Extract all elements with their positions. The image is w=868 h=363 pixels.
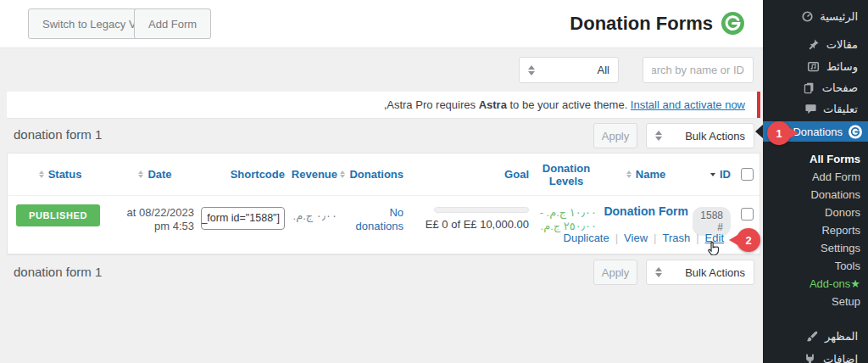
bulk-actions-select-bottom[interactable]: Bulk Actions (646, 260, 754, 285)
annotation-step-1: 1 (767, 121, 791, 145)
sidebar-item-label: Donations (793, 126, 843, 138)
row-name-cell: Donation Form (600, 203, 692, 220)
sort-icon (39, 170, 44, 178)
sidebar-item-label: صفحات (822, 81, 858, 94)
column-header-goal: Goal (407, 168, 532, 181)
row-date-cell: at 08/22/2023 4:53 pm (113, 203, 198, 235)
goal-text: E£ 0 of E£ 10,000.00 (426, 218, 529, 231)
submenu-settings[interactable]: Settings (763, 239, 868, 257)
row-shortcode-cell: [give_form id="1588"] (198, 203, 288, 232)
page-header: Switch to Legacy View Add Form Donation … (0, 0, 763, 48)
sidebar-item-dashboard[interactable]: الرئيسية (763, 5, 868, 28)
sidebar-item-comments[interactable]: تعليقات (763, 98, 868, 120)
row-actions: Edit Trash View Duplicate (564, 232, 724, 244)
status-filter-value: All (598, 64, 609, 76)
table-header-row: ID Name Donation Levels Goal Donations R… (8, 154, 760, 196)
select-arrows-icon (655, 131, 662, 141)
column-header-id[interactable]: ID (692, 168, 734, 181)
wordpress-admin-page: Switch to Legacy View Add Form Donation … (0, 0, 868, 363)
select-all-cell (734, 168, 760, 181)
plug-icon (804, 353, 817, 363)
submenu-donors[interactable]: Donors (763, 204, 868, 221)
bulk-actions-value: Bulk Actions (685, 130, 745, 142)
sidebar-item-media[interactable]: وسائط (763, 56, 868, 77)
row-status-cell: PUBLISHED (8, 203, 113, 228)
apply-button-bottom[interactable]: Apply (593, 260, 637, 285)
levels-line1: ١٠٫٠٠ ج.م. - (536, 206, 597, 220)
apply-button-top[interactable]: Apply (593, 123, 637, 148)
view-action-link[interactable]: View (624, 232, 662, 244)
column-header-name[interactable]: Name (600, 168, 692, 181)
sort-icon (626, 170, 632, 178)
forms-table: ID Name Donation Levels Goal Donations R… (7, 153, 760, 254)
pages-icon (803, 81, 816, 95)
column-header-revenue: Revenue (288, 168, 341, 181)
date-line1: at 08/22/2023 (116, 206, 194, 220)
submenu-add-ons[interactable]: Add-ons★ (763, 275, 868, 293)
sidebar-item-label: المظهر (825, 330, 858, 343)
row-revenue-cell: ٠٫٠٠ ج.م. (288, 203, 341, 224)
column-header-date[interactable]: Date (113, 168, 198, 181)
submenu-add-form[interactable]: Add Form (763, 168, 868, 186)
sidebar-item-appearance[interactable]: المظهر (763, 325, 868, 348)
hand-cursor-icon (706, 241, 721, 259)
bulk-actions-select-top[interactable]: Bulk Actions (646, 123, 754, 148)
brush-icon (805, 330, 819, 343)
select-all-checkbox[interactable] (741, 168, 754, 181)
column-header-donations[interactable]: Donations (341, 168, 407, 181)
sidebar-item-plugins[interactable]: إضافات (763, 348, 868, 363)
select-arrows-icon (528, 65, 535, 75)
shortcode-input[interactable]: [give_form id="1588"] (201, 207, 285, 230)
sort-icon (138, 170, 143, 178)
list-caption-bottom: donation form 1 (14, 265, 102, 279)
submenu-reports[interactable]: Reports (763, 221, 868, 239)
notice-text-2: to be your active theme. (507, 98, 631, 111)
sidebar-item-label: وسائط (826, 60, 858, 73)
comments-icon (804, 103, 817, 116)
admin-sidebar: الرئيسية مقالات وسائط صفحات تعليقات (763, 0, 868, 363)
install-activate-link[interactable]: Install and activate now (631, 98, 745, 111)
submenu-tools[interactable]: Tools (763, 257, 868, 275)
submenu-donations[interactable]: Donations (763, 186, 868, 204)
annotation-step-2: 2 (737, 228, 760, 252)
no-donations-link[interactable]: No donations (356, 206, 403, 232)
column-header-shortcode: Shortcode (198, 168, 288, 181)
dashboard-icon (800, 10, 814, 24)
trash-action-link[interactable]: Trash (662, 232, 704, 244)
date-line2: 4:53 pm (116, 220, 194, 233)
submenu-setup[interactable]: Setup (763, 293, 868, 310)
row-levels-cell: ١٠٫٠٠ ج.م. - ٢٥٠٫٠٠ ج.م. (532, 203, 600, 235)
form-status-filter-select[interactable]: All (519, 57, 619, 83)
sidebar-item-posts[interactable]: مقالات (763, 33, 868, 56)
media-icon (807, 60, 821, 74)
select-arrows-icon (655, 267, 662, 277)
bulk-actions-value: Bulk Actions (685, 266, 745, 279)
content-area: Switch to Legacy View Add Form Donation … (0, 0, 763, 363)
column-header-status[interactable]: Status (8, 168, 113, 181)
page-title-wrap: Donation Forms (570, 12, 744, 35)
page-title: Donation Forms (570, 13, 713, 35)
sidebar-item-label: إضافات (823, 353, 858, 363)
sidebar-item-pages[interactable]: صفحات (763, 77, 868, 98)
notice-text: ,Astra Pro requires (384, 98, 479, 111)
sidebar-item-label: مقالات (826, 38, 858, 51)
sort-icon (340, 170, 345, 178)
search-input[interactable] (643, 57, 754, 83)
duplicate-action-link[interactable]: Duplicate (564, 232, 625, 244)
submenu-all-forms[interactable]: All Forms (763, 150, 868, 168)
row-goal-cell: E£ 0 of E£ 10,000.00 (407, 203, 532, 232)
astra-notice: ,Astra Pro requires Astra to be your act… (7, 92, 760, 118)
pin-icon (807, 38, 821, 52)
active-menu-arrow (755, 125, 763, 138)
sidebar-item-label: الرئيسية (820, 10, 858, 23)
add-form-button[interactable]: Add Form (134, 8, 211, 39)
row-donations-cell: No donations (341, 203, 407, 235)
row-checkbox-cell (734, 203, 760, 225)
givewp-logo-icon (721, 12, 744, 35)
give-icon (849, 125, 862, 138)
donations-submenu: All Forms Add Form Donations Donors Repo… (763, 150, 868, 310)
row-checkbox[interactable] (741, 208, 754, 221)
sort-icon (710, 173, 715, 176)
form-name-link[interactable]: Donation Form (604, 204, 688, 218)
notice-bold-text: Astra (479, 98, 507, 111)
